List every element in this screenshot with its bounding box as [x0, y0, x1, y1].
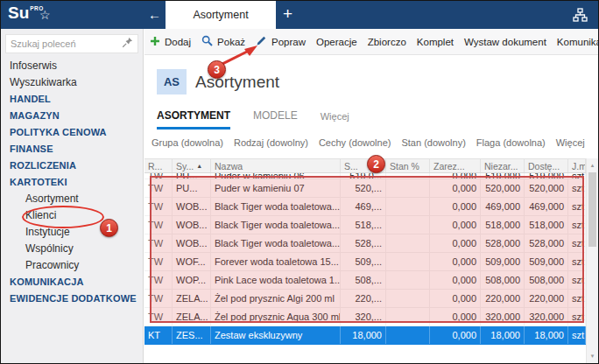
sidebar-item-polityka-cenowa[interactable]: POLITYKA CENOWA	[1, 123, 143, 140]
view-tabs: ASORTYMENT MODELE Więcej	[157, 109, 349, 130]
cell	[386, 173, 430, 178]
page-title: Asortyment	[195, 73, 279, 92]
sidebar-item-kartoteki[interactable]: KARTOTEKI	[1, 173, 143, 190]
cell: TW	[144, 271, 173, 289]
sidebar-item-magazyn[interactable]: MAGAZYN	[1, 107, 143, 123]
column-header-stan-procent[interactable]: Stan %	[386, 159, 430, 172]
cell: TW	[144, 308, 173, 326]
cell	[386, 216, 430, 234]
table-row[interactable]: TWZELA...Żel pod prysznic Aqua 300 ml320…	[144, 308, 586, 326]
sidebar-item-komunikacja[interactable]: KOMUNIKACJA	[1, 273, 143, 290]
column-label: Sy...	[176, 161, 194, 172]
column-header-dostepne[interactable]: Dostę...	[525, 159, 568, 172]
sidebar-menu: InfoserwisWyszukiwarkaHANDELMAGAZYNPOLIT…	[1, 57, 143, 306]
table-row[interactable]: TWZELA...Żel pod prysznic Algi 200 ml220…	[144, 290, 586, 308]
cell: 0,000	[430, 179, 481, 197]
table-row[interactable]: TWWOB...Black Tiger woda toaletowa...518…	[144, 216, 586, 234]
scroll-down-icon[interactable]: ▼	[587, 350, 598, 362]
cell: 220,000	[525, 290, 568, 307]
cell: szt	[568, 271, 586, 289]
shortcuts-network-icon[interactable]	[573, 8, 588, 23]
toolbar-wystaw-dokument-button[interactable]: Wystaw dokument	[464, 37, 546, 47]
scroll-thumb[interactable]	[588, 172, 596, 247]
tab-modele[interactable]: MODELE	[253, 109, 298, 130]
toolbar-komplet-button[interactable]: Komplet	[417, 37, 454, 47]
column-label: Stan %	[390, 161, 419, 172]
search-input[interactable]	[11, 38, 122, 49]
table-row[interactable]: TWWOB...Black Tiger woda toaletowa...528…	[144, 234, 586, 253]
app-logo[interactable]: SuPRO	[8, 4, 43, 23]
cell	[386, 234, 430, 252]
sidebar-item-ewidencje-dodatkowe[interactable]: EWIDENCJE DODATKOWE	[1, 290, 143, 306]
tab-asortyment[interactable]: ASORTYMENT	[157, 109, 230, 130]
table-row[interactable]: TWWOF...Forever woda toaletowa 15...509,…	[144, 253, 586, 271]
main-panel: Dodaj Pokaż Popraw Operacje Zbiorczo Kom…	[144, 29, 598, 363]
scroll-up-icon[interactable]: ▲	[587, 159, 598, 172]
sidebar-item-finanse[interactable]: FINANSE	[1, 140, 143, 157]
cell: 220,...	[341, 290, 386, 307]
cell: 0,000	[430, 173, 481, 178]
toolbar-popraw-button[interactable]: Popraw	[256, 35, 306, 48]
filter-grupa[interactable]: Grupa (dowolna)	[152, 137, 223, 148]
filter-stan[interactable]: Stan (dowolny)	[401, 137, 465, 148]
column-label: Zarez...	[433, 161, 465, 172]
table-row[interactable]: TWPU...Puder w kamieniu 07520,...0,00052…	[144, 179, 586, 198]
tab-wiecej[interactable]: Więcej	[321, 111, 349, 130]
cell: 519,000	[481, 173, 525, 178]
cell: szt	[568, 290, 586, 307]
magnifier-icon	[201, 35, 213, 48]
sidebar-item-wyszukiwarka[interactable]: Wyszukiwarka	[1, 74, 143, 90]
logo-text: Su	[8, 4, 29, 22]
column-header-symbol[interactable]: Sy...▲	[173, 159, 211, 172]
filter-cechy[interactable]: Cechy (dowolne)	[319, 137, 391, 148]
column-header-niezarezerwowane[interactable]: Niezar...	[481, 159, 525, 172]
sidebar-item-asortyment[interactable]: Asortyment	[1, 190, 143, 206]
toolbar-pokaz-button[interactable]: Pokaż	[201, 35, 245, 48]
new-tab-button[interactable]: +	[283, 1, 292, 29]
sidebar-item-rozliczenia[interactable]: ROZLICZENIA	[1, 157, 143, 173]
table-row[interactable]: TWWOB...Black Tiger woda toaletowa...469…	[144, 198, 586, 216]
sidebar-item-handel[interactable]: HANDEL	[1, 90, 143, 107]
cell: 469,000	[525, 198, 568, 215]
column-header-rodzaj[interactable]: R...	[144, 159, 173, 172]
cell: szt	[568, 253, 586, 270]
table-row[interactable]: TWPU...Puder w kamieniu 06519,0...0,0005…	[144, 173, 586, 179]
window-tab-asortyment[interactable]: Asortyment	[166, 1, 276, 29]
filter-flaga[interactable]: Flaga (dowolna)	[476, 137, 546, 148]
filter-rodzaj[interactable]: Rodzaj (dowolny)	[234, 137, 308, 148]
cell: 0,000	[430, 198, 481, 215]
cell	[386, 179, 430, 197]
toolbar-label: Komunika...	[557, 37, 598, 47]
cell: KT	[144, 326, 173, 344]
vertical-scrollbar[interactable]: ▲ ▼	[586, 158, 598, 363]
cell: 509,...	[341, 253, 386, 270]
sidebar-item-klienci[interactable]: Klienci	[1, 206, 143, 223]
column-label: S...	[344, 161, 358, 172]
toolbar-dodaj-button[interactable]: Dodaj	[150, 36, 191, 48]
table-row[interactable]: TWWOP...Pink Lace woda toaletowa 1...508…	[144, 271, 586, 290]
pin-icon[interactable]	[122, 36, 133, 52]
cell: 519,000	[525, 173, 568, 178]
cell: 518,...	[341, 216, 386, 234]
cell: 520,000	[525, 179, 568, 197]
sidebar-item-instytucje[interactable]: Instytucje	[1, 223, 143, 240]
column-header-jm[interactable]: J.m.	[568, 159, 586, 172]
column-header-stan[interactable]: S...	[341, 159, 386, 172]
sidebar-item-pracownicy[interactable]: Pracownicy	[1, 256, 143, 273]
sidebar-item-infoserwis[interactable]: Infoserwis	[1, 57, 143, 74]
toolbar-operacje-button[interactable]: Operacje	[316, 37, 357, 47]
back-arrow-icon[interactable]: ←	[148, 1, 161, 29]
toolbar-label: Popraw	[271, 37, 306, 47]
filter-wiecej[interactable]: Więcej	[556, 137, 585, 148]
cell: TW	[144, 253, 173, 270]
favorites-star-icon[interactable]: ☆	[39, 1, 51, 29]
toolbar-zbiorczo-button[interactable]: Zbiorczo	[368, 37, 406, 47]
column-header-nazwa[interactable]: Nazwa	[211, 159, 341, 172]
sidebar-item-wspolnicy[interactable]: Wspólnicy	[1, 240, 143, 256]
toolbar-label: Operacje	[316, 37, 357, 47]
cell: 519,0...	[341, 173, 386, 178]
table-row[interactable]: KTZES...Zestaw ekskluzywny18,0000,00018,…	[144, 326, 586, 345]
cell: WOF...	[173, 253, 211, 270]
toolbar-komunikaty-button[interactable]: Komunika...	[557, 37, 598, 47]
column-header-zarezerwowano[interactable]: Zarez...	[430, 159, 481, 172]
